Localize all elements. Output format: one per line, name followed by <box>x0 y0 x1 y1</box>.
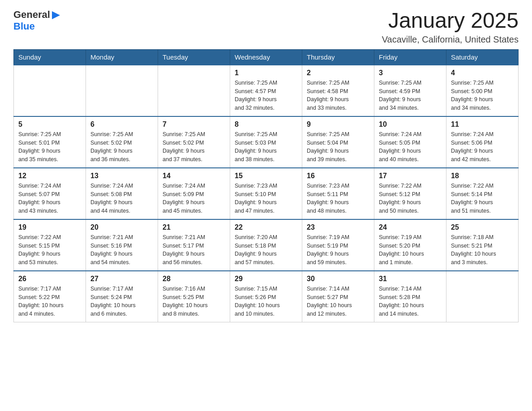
calendar-cell: 6Sunrise: 7:25 AMSunset: 5:02 PMDaylight… <box>86 116 158 168</box>
day-number: 14 <box>163 172 225 180</box>
calendar-cell: 31Sunrise: 7:14 AMSunset: 5:28 PMDayligh… <box>374 271 446 322</box>
logo-arrow-icon <box>51 10 61 20</box>
calendar-cell: 30Sunrise: 7:14 AMSunset: 5:27 PMDayligh… <box>302 271 374 322</box>
day-number: 6 <box>90 120 153 128</box>
calendar-cell: 24Sunrise: 7:19 AMSunset: 5:20 PMDayligh… <box>374 219 446 271</box>
day-number: 10 <box>379 120 442 128</box>
calendar-cell: 11Sunrise: 7:24 AMSunset: 5:06 PMDayligh… <box>446 116 519 168</box>
day-info: Sunrise: 7:23 AMSunset: 5:11 PMDaylight:… <box>307 182 369 215</box>
day-number: 2 <box>307 69 369 77</box>
day-number: 31 <box>379 275 442 283</box>
day-info: Sunrise: 7:17 AMSunset: 5:22 PMDaylight:… <box>18 285 81 318</box>
day-number: 22 <box>235 223 297 231</box>
day-info: Sunrise: 7:22 AMSunset: 5:12 PMDaylight:… <box>379 182 442 215</box>
calendar-cell: 1Sunrise: 7:25 AMSunset: 4:57 PMDaylight… <box>230 65 302 116</box>
day-info: Sunrise: 7:17 AMSunset: 5:24 PMDaylight:… <box>90 285 153 318</box>
day-number: 13 <box>90 172 153 180</box>
day-info: Sunrise: 7:14 AMSunset: 5:27 PMDaylight:… <box>307 285 369 318</box>
day-number: 1 <box>235 69 297 77</box>
day-number: 4 <box>451 69 514 77</box>
day-number: 15 <box>235 172 297 180</box>
calendar-header-friday: Friday <box>374 49 446 65</box>
calendar-cell: 16Sunrise: 7:23 AMSunset: 5:11 PMDayligh… <box>302 168 374 219</box>
day-info: Sunrise: 7:20 AMSunset: 5:18 PMDaylight:… <box>235 233 297 267</box>
calendar-cell: 25Sunrise: 7:18 AMSunset: 5:21 PMDayligh… <box>446 219 519 271</box>
calendar-week-row: 19Sunrise: 7:22 AMSunset: 5:15 PMDayligh… <box>14 219 519 271</box>
day-number: 24 <box>379 223 442 231</box>
day-info: Sunrise: 7:16 AMSunset: 5:25 PMDaylight:… <box>163 285 225 318</box>
day-number: 8 <box>235 120 297 128</box>
calendar-cell <box>446 271 519 322</box>
day-info: Sunrise: 7:22 AMSunset: 5:15 PMDaylight:… <box>18 233 81 267</box>
calendar-week-row: 1Sunrise: 7:25 AMSunset: 4:57 PMDaylight… <box>14 65 519 116</box>
day-number: 26 <box>18 275 81 283</box>
calendar-header-tuesday: Tuesday <box>158 49 230 65</box>
calendar-cell: 17Sunrise: 7:22 AMSunset: 5:12 PMDayligh… <box>374 168 446 219</box>
day-info: Sunrise: 7:21 AMSunset: 5:16 PMDaylight:… <box>90 233 153 267</box>
day-number: 27 <box>90 275 153 283</box>
day-info: Sunrise: 7:23 AMSunset: 5:10 PMDaylight:… <box>235 182 297 215</box>
day-number: 23 <box>307 223 369 231</box>
title-section: January 2025 Vacaville, California, Unit… <box>382 9 519 45</box>
calendar-week-row: 26Sunrise: 7:17 AMSunset: 5:22 PMDayligh… <box>14 271 519 322</box>
calendar-cell: 18Sunrise: 7:22 AMSunset: 5:14 PMDayligh… <box>446 168 519 219</box>
calendar-cell: 15Sunrise: 7:23 AMSunset: 5:10 PMDayligh… <box>230 168 302 219</box>
day-info: Sunrise: 7:25 AMSunset: 4:58 PMDaylight:… <box>307 79 369 112</box>
day-number: 17 <box>379 172 442 180</box>
day-number: 7 <box>163 120 225 128</box>
calendar-header-row: SundayMondayTuesdayWednesdayThursdayFrid… <box>14 49 519 65</box>
calendar-cell: 9Sunrise: 7:25 AMSunset: 5:04 PMDaylight… <box>302 116 374 168</box>
calendar-header-saturday: Saturday <box>446 49 519 65</box>
day-info: Sunrise: 7:15 AMSunset: 5:26 PMDaylight:… <box>235 285 297 318</box>
calendar-cell: 4Sunrise: 7:25 AMSunset: 5:00 PMDaylight… <box>446 65 519 116</box>
day-number: 25 <box>451 223 514 231</box>
day-number: 18 <box>451 172 514 180</box>
calendar-week-row: 12Sunrise: 7:24 AMSunset: 5:07 PMDayligh… <box>14 168 519 219</box>
calendar-cell: 21Sunrise: 7:21 AMSunset: 5:17 PMDayligh… <box>158 219 230 271</box>
calendar-header-wednesday: Wednesday <box>230 49 302 65</box>
day-number: 5 <box>18 120 81 128</box>
day-info: Sunrise: 7:25 AMSunset: 5:02 PMDaylight:… <box>90 130 153 164</box>
calendar-cell: 26Sunrise: 7:17 AMSunset: 5:22 PMDayligh… <box>14 271 86 322</box>
day-info: Sunrise: 7:14 AMSunset: 5:28 PMDaylight:… <box>379 285 442 318</box>
calendar-cell: 3Sunrise: 7:25 AMSunset: 4:59 PMDaylight… <box>374 65 446 116</box>
calendar-cell: 23Sunrise: 7:19 AMSunset: 5:19 PMDayligh… <box>302 219 374 271</box>
day-info: Sunrise: 7:25 AMSunset: 5:01 PMDaylight:… <box>18 130 81 164</box>
calendar-header-monday: Monday <box>86 49 158 65</box>
calendar-table: SundayMondayTuesdayWednesdayThursdayFrid… <box>13 49 519 322</box>
day-info: Sunrise: 7:24 AMSunset: 5:05 PMDaylight:… <box>379 130 442 164</box>
calendar-cell: 29Sunrise: 7:15 AMSunset: 5:26 PMDayligh… <box>230 271 302 322</box>
calendar-cell <box>158 65 230 116</box>
day-info: Sunrise: 7:25 AMSunset: 5:04 PMDaylight:… <box>307 130 369 164</box>
day-info: Sunrise: 7:24 AMSunset: 5:08 PMDaylight:… <box>90 182 153 215</box>
calendar-week-row: 5Sunrise: 7:25 AMSunset: 5:01 PMDaylight… <box>14 116 519 168</box>
calendar-cell <box>14 65 86 116</box>
page-title: January 2025 <box>382 9 519 33</box>
day-info: Sunrise: 7:25 AMSunset: 4:57 PMDaylight:… <box>235 79 297 112</box>
day-info: Sunrise: 7:25 AMSunset: 5:03 PMDaylight:… <box>235 130 297 164</box>
calendar-cell: 28Sunrise: 7:16 AMSunset: 5:25 PMDayligh… <box>158 271 230 322</box>
svg-marker-0 <box>52 11 60 19</box>
day-info: Sunrise: 7:25 AMSunset: 5:00 PMDaylight:… <box>451 79 514 112</box>
calendar-cell: 19Sunrise: 7:22 AMSunset: 5:15 PMDayligh… <box>14 219 86 271</box>
calendar-cell: 2Sunrise: 7:25 AMSunset: 4:58 PMDaylight… <box>302 65 374 116</box>
day-info: Sunrise: 7:19 AMSunset: 5:19 PMDaylight:… <box>307 233 369 267</box>
day-info: Sunrise: 7:24 AMSunset: 5:09 PMDaylight:… <box>163 182 225 215</box>
calendar-header-sunday: Sunday <box>14 49 86 65</box>
day-number: 3 <box>379 69 442 77</box>
calendar-cell: 20Sunrise: 7:21 AMSunset: 5:16 PMDayligh… <box>86 219 158 271</box>
calendar-cell: 13Sunrise: 7:24 AMSunset: 5:08 PMDayligh… <box>86 168 158 219</box>
calendar-cell: 27Sunrise: 7:17 AMSunset: 5:24 PMDayligh… <box>86 271 158 322</box>
logo: General Blue <box>13 9 61 32</box>
day-info: Sunrise: 7:21 AMSunset: 5:17 PMDaylight:… <box>163 233 225 267</box>
day-number: 9 <box>307 120 369 128</box>
calendar-cell: 10Sunrise: 7:24 AMSunset: 5:05 PMDayligh… <box>374 116 446 168</box>
day-number: 19 <box>18 223 81 231</box>
day-info: Sunrise: 7:19 AMSunset: 5:20 PMDaylight:… <box>379 233 442 267</box>
day-number: 12 <box>18 172 81 180</box>
calendar-cell: 14Sunrise: 7:24 AMSunset: 5:09 PMDayligh… <box>158 168 230 219</box>
day-info: Sunrise: 7:18 AMSunset: 5:21 PMDaylight:… <box>451 233 514 267</box>
day-number: 21 <box>163 223 225 231</box>
calendar-header-thursday: Thursday <box>302 49 374 65</box>
day-info: Sunrise: 7:25 AMSunset: 4:59 PMDaylight:… <box>379 79 442 112</box>
